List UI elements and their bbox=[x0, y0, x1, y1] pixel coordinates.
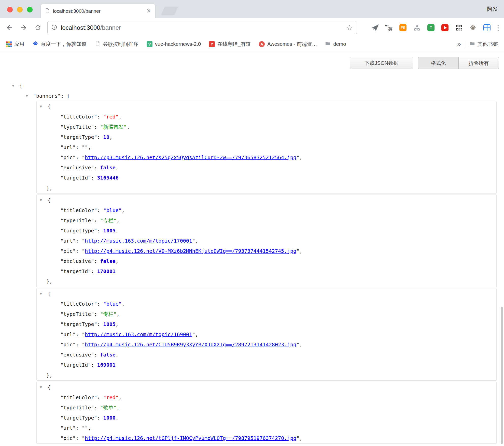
extension-shield-grid-icon[interactable] bbox=[483, 23, 491, 32]
format-button[interactable]: 格式化 bbox=[418, 57, 458, 69]
json-key: "typeTitle" bbox=[60, 311, 94, 317]
json-punctuation: { bbox=[19, 83, 22, 89]
extension-shield-t-icon[interactable]: T bbox=[427, 23, 435, 32]
bookmark-star-icon[interactable]: ☆ bbox=[346, 24, 353, 32]
bookmark-item[interactable]: 谷歌按时间排序 bbox=[95, 41, 138, 48]
bookmark-item[interactable]: AAwesomes - 前端资… bbox=[259, 41, 317, 48]
json-color-string-value: "red" bbox=[103, 114, 119, 120]
json-property-line: "url": "http://music.163.com/m/topic/170… bbox=[37, 236, 496, 246]
json-punctuation: : bbox=[76, 238, 82, 244]
json-property-line: "titleColor": "blue", bbox=[37, 205, 496, 215]
json-punctuation: " bbox=[82, 238, 85, 244]
browser-tab[interactable]: localhost:3000/banner × bbox=[41, 4, 155, 18]
collapse-toggle-icon[interactable]: ▼ bbox=[12, 81, 19, 91]
forward-button[interactable] bbox=[19, 23, 28, 32]
reload-button[interactable] bbox=[34, 23, 42, 32]
json-punctuation: " bbox=[192, 331, 195, 337]
bookmark-label: 应用 bbox=[14, 41, 24, 48]
json-punctuation: : bbox=[61, 93, 67, 99]
json-property-line: "titleColor": "red", bbox=[37, 392, 496, 403]
other-bookmarks-folder[interactable]: 其他书签 bbox=[469, 41, 498, 48]
collapse-all-button[interactable]: 折叠所有 bbox=[458, 57, 499, 69]
json-punctuation: , bbox=[299, 435, 302, 441]
json-url-link[interactable]: http://music.163.com/m/topic/169001 bbox=[85, 331, 192, 337]
bookmark-label: Awesomes - 前端资… bbox=[267, 41, 317, 48]
json-property-line: "pic": "http://p4.music.126.net/tGPljf-I… bbox=[37, 433, 496, 443]
json-boolean-value: false bbox=[100, 258, 116, 264]
minimize-window-button[interactable] bbox=[17, 7, 23, 12]
profile-name[interactable]: 阿发 bbox=[487, 5, 498, 12]
json-url-link[interactable]: http://p3.music.126.net/s25q2x5QyqsAzilC… bbox=[85, 154, 296, 160]
json-punctuation: : bbox=[91, 362, 97, 368]
json-url-link[interactable]: http://p4.music.126.net/V9-MXz6b2MNhEKju… bbox=[85, 248, 296, 254]
json-punctuation: [ bbox=[67, 93, 70, 99]
download-json-button[interactable]: 下载JSON数据 bbox=[350, 57, 413, 69]
json-property-line: "exclusive": false, bbox=[37, 162, 496, 173]
json-property-line: "targetType": 1005, bbox=[37, 226, 496, 236]
json-url-link[interactable]: http://p4.music.126.net/tGPljf-IMOCyPvum… bbox=[85, 435, 296, 441]
json-punctuation: , bbox=[117, 217, 120, 224]
json-key: "targetId" bbox=[60, 362, 91, 368]
scrollbar-thumb[interactable] bbox=[501, 307, 503, 444]
extension-plane-icon[interactable] bbox=[371, 23, 379, 32]
json-property-line: "typeTitle": "新碟首发", bbox=[37, 122, 496, 132]
back-button[interactable] bbox=[5, 23, 14, 32]
json-punctuation: { bbox=[48, 291, 51, 297]
browser-menu-icon[interactable]: ⋮ bbox=[494, 23, 501, 32]
view-mode-segment: 格式化 折叠所有 bbox=[418, 57, 499, 69]
collapse-toggle-icon[interactable]: ▼ bbox=[40, 289, 48, 299]
json-punctuation: : bbox=[76, 154, 82, 160]
json-property-line: "titleColor": "red", bbox=[37, 112, 496, 122]
json-punctuation: , bbox=[299, 341, 302, 348]
json-punctuation: : bbox=[76, 144, 82, 150]
json-punctuation: : bbox=[76, 331, 82, 337]
json-punctuation: , bbox=[119, 114, 122, 120]
extension-video-play-icon[interactable] bbox=[441, 23, 449, 32]
json-url-link[interactable]: http://music.163.com/m/topic/170001 bbox=[85, 238, 192, 244]
collapse-toggle-icon[interactable]: ▼ bbox=[40, 382, 48, 392]
json-property-line: "pic": "http://p4.music.126.net/V9-MXz6b… bbox=[37, 246, 496, 256]
page-favicon-doc-icon bbox=[45, 8, 50, 14]
zoom-window-button[interactable] bbox=[27, 7, 33, 12]
site-info-icon[interactable] bbox=[51, 24, 57, 31]
extension-qr-code-icon[interactable] bbox=[455, 23, 463, 32]
collapse-toggle-icon[interactable]: ▼ bbox=[40, 195, 48, 205]
json-punctuation: }, bbox=[46, 372, 52, 378]
bookmarks-overflow-chevron[interactable]: » bbox=[457, 41, 461, 48]
bookmark-item[interactable]: demo bbox=[325, 41, 346, 48]
json-punctuation: "" bbox=[82, 425, 88, 431]
address-bar[interactable]: localhost:3000/banner ☆ bbox=[47, 21, 357, 34]
json-property-line: "pic": "http://p4.music.126.net/CTU5B9R9… bbox=[37, 339, 496, 350]
extension-paw-icon[interactable] bbox=[469, 23, 477, 32]
json-key: "pic" bbox=[60, 248, 76, 254]
json-punctuation: , bbox=[299, 154, 302, 160]
bookmark-apps[interactable]: 应用 bbox=[6, 41, 24, 48]
close-window-button[interactable] bbox=[7, 7, 13, 12]
json-punctuation: : bbox=[94, 352, 100, 358]
tab-close-icon[interactable]: × bbox=[146, 8, 151, 14]
extension-fe-badge-icon[interactable]: FE bbox=[399, 23, 407, 32]
json-key: "titleColor" bbox=[60, 394, 97, 400]
json-property-line: "typeTitle": "歌单", bbox=[37, 403, 496, 413]
bookmark-item[interactable]: Y在线翻译_有道 bbox=[209, 41, 251, 48]
collapse-toggle-icon[interactable]: ▼ bbox=[40, 101, 48, 112]
letter-Y-icon: Y bbox=[209, 41, 215, 47]
bookmark-item[interactable]: 百度一下，你就知道 bbox=[33, 41, 87, 48]
extension-translate-icon[interactable]: en英 bbox=[385, 23, 393, 32]
json-punctuation: " bbox=[296, 154, 299, 160]
json-punctuation: " bbox=[296, 435, 299, 441]
json-punctuation: , bbox=[116, 165, 119, 171]
collapse-toggle-icon[interactable]: ▼ bbox=[26, 91, 33, 101]
bookmark-item[interactable]: Vvue-hackernews-2.0 bbox=[147, 41, 201, 47]
extension-org-chart-icon[interactable] bbox=[413, 23, 421, 32]
bookmark-label: demo bbox=[333, 41, 346, 47]
json-key: "targetType" bbox=[60, 134, 97, 140]
json-key: "titleColor" bbox=[60, 207, 97, 213]
json-property-line: "targetType": 1000, bbox=[37, 413, 496, 423]
json-punctuation: : bbox=[94, 217, 100, 224]
page-content: 下载JSON数据 格式化 折叠所有 ▼{▼"banners": [▼{"titl… bbox=[0, 51, 504, 446]
json-url-link[interactable]: http://p4.music.126.net/CTU5B9R9y3XyYBZX… bbox=[85, 341, 296, 348]
json-punctuation: }, bbox=[46, 185, 52, 191]
new-tab-button[interactable] bbox=[161, 7, 178, 15]
json-punctuation: , bbox=[122, 207, 125, 213]
